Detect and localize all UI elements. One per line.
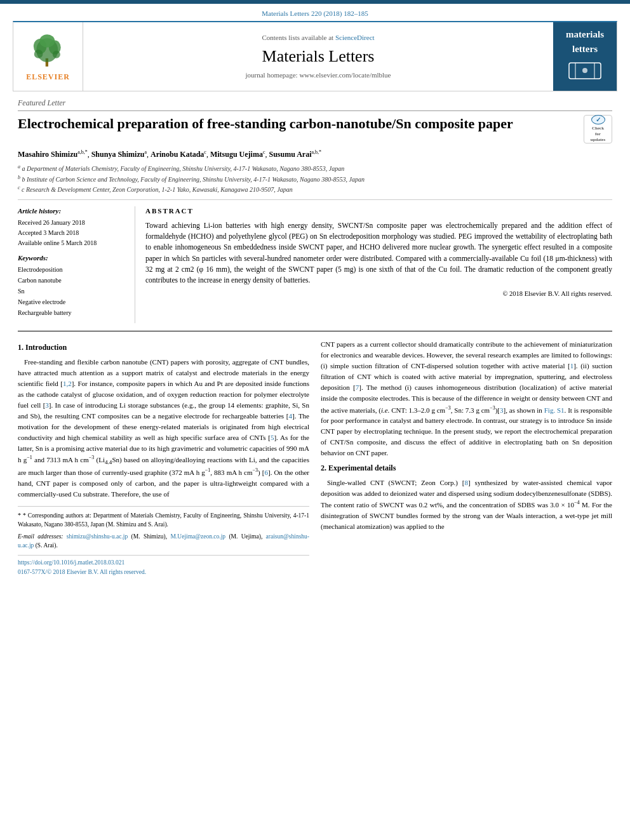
ref-8[interactable]: 8: [464, 479, 468, 486]
authors-line: Masahiro Shimizua,b,*, Shunya Shimizua, …: [18, 149, 612, 160]
footnote-star: * * Corresponding authors at: Department…: [18, 510, 309, 530]
intro-paragraph: Free-standing and flexible carbon nanotu…: [18, 357, 309, 500]
check-icon: ✓: [591, 115, 605, 124]
svg-point-10: [582, 68, 587, 73]
article-category: Featured Letter: [18, 98, 612, 111]
journal-title: Materials Letters: [262, 45, 375, 68]
keyword-3: Sn: [18, 286, 127, 297]
sciencedirect-link[interactable]: ScienceDirect: [335, 34, 375, 41]
article-right-column: CNT papers as a current collector should…: [321, 339, 612, 577]
article-info-abstract-columns: Article history: Received 26 January 201…: [18, 199, 612, 323]
article-left-column: 1. Introduction Free-standing and flexib…: [18, 339, 309, 577]
ref-4[interactable]: 4: [288, 412, 292, 420]
svg-point-4: [39, 34, 55, 48]
check-updates-label: Checkforupdates: [591, 126, 605, 143]
svg-point-5: [34, 50, 43, 58]
ref-3b[interactable]: 3: [500, 406, 504, 413]
footnote-area: * * Corresponding authors at: Department…: [18, 506, 309, 550]
abstract-label: ABSTRACT: [145, 206, 612, 216]
author-1: Masahiro Shimizu: [18, 150, 77, 159]
journal-logo-icon: [566, 60, 604, 82]
affiliation-a: a a Department of Materials Chemistry, F…: [18, 163, 612, 173]
article-body-two-col: 1. Introduction Free-standing and flexib…: [18, 339, 612, 577]
ref-5[interactable]: 5: [271, 434, 274, 441]
contents-available-text: Contents lists available at ScienceDirec…: [262, 33, 374, 43]
page-container: Materials Letters 220 (2018) 182–185 ELS…: [0, 0, 630, 840]
intro-cont-paragraph: CNT papers as a current collector should…: [321, 339, 612, 458]
journal-logo-text: materials letters: [561, 22, 609, 91]
author-5: Susumu Arai: [269, 150, 311, 159]
elsevier-tree-icon: [26, 31, 70, 69]
keywords-section: Keywords: Electrodeposition Carbon nanot…: [18, 253, 127, 318]
journal-homepage: journal homepage: www.elsevier.com/locat…: [246, 70, 391, 80]
received-date: Received 26 January 2018 Accepted 3 Marc…: [18, 218, 127, 248]
check-updates-badge: ✓ Checkforupdates: [584, 115, 612, 143]
experimental-paragraph: Single-walled CNT (SWCNT; Zeon Corp.) [8…: [321, 477, 612, 532]
elsevier-logo-area: ELSEVIER: [13, 22, 83, 91]
history-label: Article history:: [18, 206, 127, 216]
ref-6[interactable]: 6: [264, 469, 268, 476]
ref-3[interactable]: 3: [45, 401, 49, 409]
affiliation-c: c c Research & Development Center, Zeon …: [18, 184, 612, 194]
copyright-line: © 2018 Elsevier B.V. All rights reserved…: [145, 290, 612, 299]
doi-area: https://doi.org/10.1016/j.matlet.2018.03…: [18, 555, 309, 577]
journal-center-info: Contents lists available at ScienceDirec…: [83, 22, 553, 91]
author-3: Arinobu Katada: [151, 150, 204, 159]
affiliations: a a Department of Materials Chemistry, F…: [18, 163, 612, 194]
affiliation-b: b b Institute of Carbon Science and Tech…: [18, 174, 612, 184]
ref-7[interactable]: 7: [356, 383, 359, 391]
keywords-list: Electrodeposition Carbon nanotube Sn Neg…: [18, 264, 127, 318]
keyword-2: Carbon nanotube: [18, 275, 127, 286]
keyword-5: Rechargeable battery: [18, 307, 127, 318]
article-history-section: Article history: Received 26 January 201…: [18, 206, 127, 248]
intro-heading: 1. Introduction: [18, 342, 309, 354]
keywords-label: Keywords:: [18, 253, 127, 263]
author-2: Shunya Shimizu: [91, 150, 145, 159]
author-4: Mitsugu Uejima: [210, 150, 263, 159]
section-divider: [18, 331, 612, 331]
abstract-text: Toward achieving Li-ion batteries with h…: [145, 220, 612, 286]
abstract-column: ABSTRACT Toward achieving Li-ion batteri…: [145, 206, 612, 323]
intro-title: Introduction: [25, 343, 67, 352]
keyword-4: Negative electrode: [18, 297, 127, 307]
journal-citation: Materials Letters 220 (2018) 182–185: [13, 9, 617, 18]
journal-header-main: ELSEVIER Contents lists available at Sci…: [13, 21, 617, 91]
main-content: Featured Letter Electrochemical preparat…: [0, 91, 630, 590]
article-title-area: Electrochemical preparation of free-stan…: [18, 115, 612, 143]
ref-1[interactable]: 1,2: [63, 380, 72, 387]
article-info-column: Article history: Received 26 January 201…: [18, 206, 135, 323]
elsevier-label: ELSEVIER: [26, 72, 70, 83]
experimental-heading: 2. Experimental details: [321, 462, 612, 474]
experimental-title: Experimental details: [328, 463, 396, 472]
svg-point-6: [52, 51, 60, 58]
journal-logo-right: materials letters: [553, 22, 617, 91]
ref-1b[interactable]: 1: [570, 362, 574, 370]
fig-s1-ref[interactable]: Fig. S1: [544, 406, 565, 413]
issn-text: 0167-577X/© 2018 Elsevier B.V. All right…: [18, 568, 309, 577]
journal-header: Materials Letters 220 (2018) 182–185 ELS…: [0, 4, 630, 91]
article-title-text: Electrochemical preparation of free-stan…: [18, 115, 584, 133]
keyword-1: Electrodeposition: [18, 264, 127, 275]
footnote-email: E-mail addresses: shimizu@shinshu-u.ac.j…: [18, 532, 309, 550]
doi-link[interactable]: https://doi.org/10.1016/j.matlet.2018.03…: [18, 558, 309, 568]
